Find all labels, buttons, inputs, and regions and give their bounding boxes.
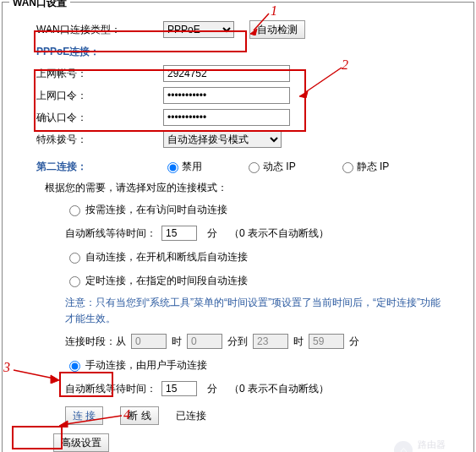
- second-disabled-option[interactable]: 禁用: [163, 160, 202, 174]
- manual-option[interactable]: 手动连接，由用户手动连接: [65, 356, 450, 374]
- to-min-input: [309, 334, 344, 349]
- manual-idle-input[interactable]: [161, 381, 197, 396]
- password-label: 上网口令：: [36, 89, 163, 103]
- pppoe-section-title: PPPoE连接：: [36, 45, 100, 59]
- scheduled-option[interactable]: 定时连接，在指定的时间段自动连接: [65, 271, 450, 290]
- on-demand-idle-label: 自动断线等待时间：: [65, 226, 156, 241]
- manual-radio[interactable]: [69, 361, 80, 372]
- to-hour-input: [253, 334, 288, 349]
- scheduled-radio[interactable]: [69, 276, 80, 287]
- connection-status: 已连接: [176, 409, 206, 423]
- account-label: 上网帐号：: [36, 67, 163, 81]
- second-staticip-radio[interactable]: [342, 162, 353, 173]
- confirm-input[interactable]: [163, 109, 290, 126]
- on-demand-idle-input[interactable]: [161, 226, 197, 241]
- account-input[interactable]: [163, 65, 290, 82]
- second-dynip-option[interactable]: 动态 IP: [244, 160, 296, 174]
- on-demand-option[interactable]: 按需连接，在有访问时自动连接: [65, 200, 450, 219]
- conn-type-label: WAN口连接类型：: [36, 23, 163, 37]
- from-hour-input: [131, 334, 167, 349]
- password-input[interactable]: [163, 87, 290, 104]
- auto-radio[interactable]: [69, 253, 80, 264]
- second-staticip-option[interactable]: 静态 IP: [338, 160, 390, 174]
- manual-idle-label: 自动断线等待时间：: [65, 382, 156, 396]
- from-min-input: [187, 334, 222, 349]
- frame-title: WAN口设置: [9, 0, 70, 10]
- advanced-button[interactable]: 高级设置: [53, 433, 109, 452]
- auto-option[interactable]: 自动连接，在开机和断线后自动连接: [65, 248, 450, 266]
- on-demand-radio[interactable]: [69, 205, 80, 216]
- confirm-label: 确认口令：: [36, 111, 163, 125]
- connect-button[interactable]: 连 接: [65, 406, 103, 425]
- period-label: 连接时段：从: [65, 335, 126, 349]
- mode-intro: 根据您的需要，请选择对应的连接模式：: [45, 181, 450, 195]
- second-disabled-radio[interactable]: [167, 162, 178, 173]
- second-conn-label: 第二连接：: [36, 160, 163, 174]
- special-label: 特殊拨号：: [36, 133, 163, 147]
- wan-settings-frame: WAN口设置 WAN口连接类型： PPPoE 自动检测 PPPoE连接： 上网帐…: [2, 2, 474, 452]
- conn-type-select[interactable]: PPPoE: [163, 21, 234, 38]
- scheduled-note: 注意：只有当您到“系统工具”菜单的“时间设置”项设置了当前时间后，“定时连接”功…: [65, 295, 450, 327]
- second-dynip-radio[interactable]: [249, 162, 260, 173]
- disconnect-button[interactable]: 断 线: [120, 406, 158, 425]
- special-dial-select[interactable]: 自动选择拨号模式: [163, 131, 282, 148]
- auto-detect-button[interactable]: 自动检测: [249, 20, 305, 39]
